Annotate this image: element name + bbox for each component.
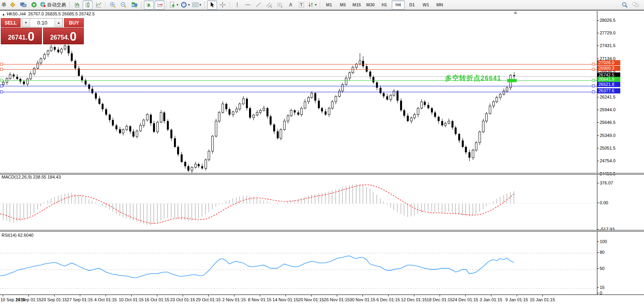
time-axis-tick <box>542 295 543 296</box>
time-axis-tick <box>517 295 517 296</box>
macd-splitter[interactable] <box>0 173 644 175</box>
chart-shift-button[interactable] <box>155 0 164 10</box>
clock-icon <box>181 2 187 8</box>
chart-shift-marker[interactable] <box>514 11 517 14</box>
text-label-tool[interactable]: T <box>297 0 306 10</box>
turning-point-annotation[interactable]: 多空转折点26641 <box>422 74 501 83</box>
timeframe-m1[interactable]: M1 <box>323 0 336 10</box>
buy-price-big-digit: 0 <box>70 30 77 43</box>
new-order-button[interactable]: 单 <box>2 2 6 8</box>
horizontal-line-tool[interactable] <box>243 0 253 10</box>
toolbar-separator <box>69 2 70 8</box>
time-axis-tick <box>80 295 80 296</box>
timeframe-m30[interactable]: M30 <box>364 0 377 10</box>
volume-decrease-button[interactable]: ▼ <box>22 19 30 27</box>
toolbar-separator <box>230 2 230 8</box>
autotrading-button[interactable]: 自动交易 <box>40 0 67 10</box>
fibonacci-tool[interactable]: F <box>275 0 285 10</box>
cursor-arrow-icon <box>209 2 215 8</box>
indicators-button[interactable]: ▼ <box>169 0 179 10</box>
arrows-icon <box>308 2 314 8</box>
time-axis-tick <box>234 295 234 296</box>
time-axis-tick <box>311 295 312 296</box>
sell-price: 26741 <box>8 32 26 43</box>
time-axis-tick <box>54 295 55 296</box>
cursor-button[interactable] <box>207 0 217 10</box>
trendline-tool[interactable] <box>254 0 264 10</box>
channel-icon: E <box>266 2 273 8</box>
text-tool[interactable]: A <box>286 0 296 10</box>
candlestick-chart-button[interactable] <box>83 0 93 10</box>
buy-price-panel[interactable]: 26754.0 <box>43 28 84 44</box>
search-icon <box>621 2 628 8</box>
time-axis-tick <box>208 295 209 296</box>
zoom-out-button[interactable] <box>119 0 128 10</box>
autotrading-label: 自动交易 <box>47 2 66 8</box>
time-axis-tick <box>363 295 363 296</box>
candlestick-icon <box>85 2 91 8</box>
line-chart-button[interactable] <box>93 0 103 10</box>
buy-button[interactable]: BUY <box>64 18 84 27</box>
timeframe-d1[interactable]: D1 <box>406 0 419 10</box>
auto-scroll-button[interactable] <box>144 0 154 10</box>
timeframe-h1[interactable]: H1 <box>378 0 391 10</box>
signals-button[interactable] <box>29 0 39 10</box>
periods-dropdown-caret[interactable]: ▼ <box>187 3 191 7</box>
indicators-dropdown-caret[interactable]: ▼ <box>176 3 179 7</box>
terminals-button[interactable] <box>18 0 28 10</box>
svg-text:F: F <box>281 6 283 8</box>
vertical-line-tool[interactable] <box>232 0 242 10</box>
svg-text:E: E <box>270 6 272 8</box>
panel-collapse-icon[interactable]: ▲ <box>2 13 5 16</box>
rsi-tick-label: 15 <box>600 285 604 290</box>
time-axis-tick <box>414 295 414 296</box>
price-tick-label: 25051.5 <box>600 146 616 150</box>
rsi-canvas[interactable] <box>0 233 597 295</box>
main-chart-canvas[interactable] <box>0 12 597 174</box>
rsi-splitter[interactable] <box>0 230 644 232</box>
tile-windows-button[interactable] <box>129 0 139 10</box>
rsi-tick-label: 100 <box>600 239 607 244</box>
arrows-dropdown-caret[interactable]: ▼ <box>314 3 317 7</box>
bar-chart-icon <box>74 2 80 8</box>
sell-button[interactable]: SELL <box>1 18 21 27</box>
main-toolbar: 单 自动交易 ▼ ▼ <box>0 0 644 10</box>
macd-canvas[interactable] <box>0 175 597 231</box>
price-level-label[interactable]: 26521.8 <box>597 82 620 87</box>
arrows-tool[interactable]: ▼ <box>307 0 318 10</box>
rsi-tick-label: 80 <box>600 250 604 255</box>
timeframe-m15[interactable]: M15 <box>350 0 363 10</box>
price-level-label[interactable]: 26900.3 <box>597 66 620 71</box>
periods-button[interactable]: ▼ <box>180 0 191 10</box>
price-level-label[interactable]: 26641.9 <box>597 77 620 82</box>
bar-chart-button[interactable] <box>72 0 82 10</box>
time-axis-tick <box>157 295 157 296</box>
timeframe-w1[interactable]: W1 <box>419 0 432 10</box>
time-axis-tick <box>260 295 260 296</box>
template-icon <box>192 2 198 8</box>
zoom-in-button[interactable] <box>108 0 118 10</box>
equidistant-channel-tool[interactable]: E <box>264 0 274 10</box>
chat-button[interactable] <box>631 0 640 10</box>
crosshair-button[interactable] <box>218 0 228 10</box>
macd-tick-label: 0.00 <box>600 200 608 205</box>
price-tick-label: 25646.5 <box>600 120 616 125</box>
text-label-icon: T <box>299 2 304 8</box>
price-level-label[interactable]: 27026.0 <box>597 60 620 65</box>
time-axis-tick <box>285 295 286 296</box>
timeframe-h4[interactable]: H4 <box>392 0 405 10</box>
templates-dropdown-caret[interactable]: ▼ <box>199 3 202 7</box>
volume-input[interactable]: 0.10 <box>30 19 55 27</box>
sell-price-panel[interactable]: 26741.0 <box>1 28 42 44</box>
timeframe-m5[interactable]: M5 <box>336 0 349 10</box>
timeframe-mn[interactable]: MN <box>433 0 446 10</box>
templates-button[interactable]: ▼ <box>192 0 202 10</box>
time-axis-tick <box>28 295 29 296</box>
order-book-button[interactable] <box>8 0 17 10</box>
search-button[interactable] <box>620 0 630 10</box>
time-axis-tick <box>3 295 3 296</box>
price-level-label[interactable]: 26377.6 <box>597 88 620 93</box>
sell-price-big-digit: 0 <box>28 30 34 43</box>
toolbar-separator <box>204 2 205 8</box>
volume-increase-button[interactable]: ▲ <box>55 19 62 27</box>
